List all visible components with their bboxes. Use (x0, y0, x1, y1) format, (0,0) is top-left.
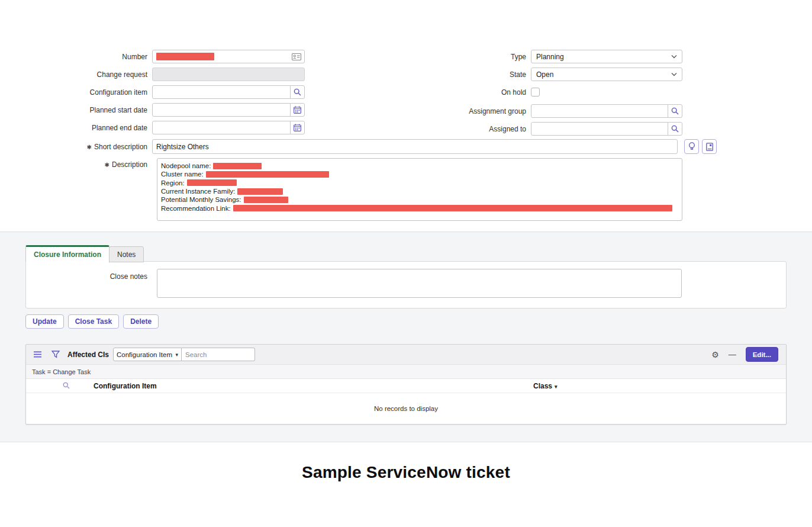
field-row-state: State Open (384, 68, 682, 81)
type-select[interactable]: Planning (531, 50, 682, 63)
tab-closure-information[interactable]: Closure Information (25, 245, 109, 263)
redacted-value (187, 179, 237, 186)
search-icon (294, 88, 301, 96)
chevron-down-icon (671, 72, 677, 76)
description-line: Recommendation Link: (161, 204, 678, 212)
number-label: Number (0, 53, 152, 61)
redacted-value (237, 188, 283, 195)
edit-button[interactable]: Edit... (746, 347, 778, 362)
description-line: Nodepool name: (161, 162, 678, 170)
search-column-value: Configuration Item ( (117, 351, 173, 358)
close-notes-label: Close notes (0, 272, 152, 281)
description-line: Region: (161, 179, 678, 187)
form-action-buttons: Update Close Task Delete (25, 314, 159, 329)
reference-preview-icon[interactable] (292, 53, 301, 61)
field-row-planned-start-date: Planned start date (0, 103, 305, 117)
short-description-label: Short description (94, 143, 147, 151)
sort-caret-icon: ▾ (555, 384, 558, 390)
close-task-button[interactable]: Close Task (68, 314, 119, 329)
dropdown-caret-icon: ▾ (175, 352, 178, 358)
on-hold-label: On hold (384, 88, 531, 97)
related-list-header-row: Configuration Item Class▾ (26, 379, 786, 393)
redacted-value (206, 171, 329, 178)
knowledge-button[interactable] (702, 139, 717, 154)
field-row-assignment-group: Assignment group (384, 104, 682, 118)
assignment-group-lookup-button[interactable] (668, 104, 682, 118)
list-menu-icon[interactable] (34, 351, 41, 358)
tab-notes[interactable]: Notes (109, 246, 144, 262)
chevron-down-icon (671, 54, 677, 59)
redacted-value (213, 163, 262, 169)
type-value: Planning (536, 53, 671, 61)
description-textarea[interactable]: Nodepool name: Cluster name: Region: Cur… (157, 158, 682, 221)
short-description-input[interactable]: Rightsize Others (152, 139, 678, 154)
delete-button[interactable]: Delete (123, 314, 159, 329)
description-label: Description (112, 160, 147, 169)
configuration-item-lookup-button[interactable] (290, 85, 305, 99)
configuration-item-label: Configuration item (0, 88, 152, 97)
description-line: Current Instance Family: (161, 187, 678, 195)
field-row-on-hold: On hold (384, 87, 682, 97)
field-row-change-request: Change request (0, 68, 305, 81)
column-header-configuration-item[interactable]: Configuration Item (94, 382, 157, 390)
related-list-search-input[interactable] (182, 348, 255, 361)
search-icon (671, 107, 679, 115)
planned-start-date-input[interactable] (152, 103, 291, 117)
description-line: Cluster name: (161, 170, 678, 178)
column-header-class[interactable]: Class▾ (533, 382, 558, 390)
column-search-icon[interactable] (63, 382, 70, 389)
search-column-dropdown[interactable]: Configuration Item ( ▾ (113, 348, 182, 361)
number-redacted-value (156, 53, 214, 60)
collapse-icon[interactable]: — (729, 351, 736, 358)
field-row-assigned-to: Assigned to (384, 122, 682, 136)
field-row-planned-end-date: Planned end date (0, 121, 305, 134)
update-button[interactable]: Update (25, 314, 64, 329)
short-description-value: Rightsize Others (156, 143, 209, 151)
state-value: Open (536, 70, 671, 79)
affected-cis-related-list: Affected CIs Configuration Item ( ▾ ⚙ — … (25, 344, 787, 425)
book-icon (706, 143, 713, 151)
related-list-toolbar: Affected CIs Configuration Item ( ▾ ⚙ — … (26, 345, 786, 364)
on-hold-checkbox[interactable] (531, 88, 540, 97)
calendar-icon (294, 106, 301, 114)
gear-icon[interactable]: ⚙ (711, 351, 719, 359)
description-line: Potential Monthly Savings: (161, 195, 678, 204)
state-label: State (384, 70, 531, 79)
list-condition-breadcrumb[interactable]: Task = Change Task (26, 364, 786, 379)
suggestion-button[interactable] (684, 139, 699, 154)
assignment-group-input[interactable] (531, 104, 668, 118)
empty-list-message: No records to display (26, 393, 786, 424)
page-caption: Sample ServiceNow ticket (0, 463, 812, 482)
search-icon (671, 125, 679, 133)
change-request-label: Change request (0, 70, 152, 79)
close-notes-textarea[interactable] (157, 269, 682, 298)
related-list-title: Affected CIs (67, 351, 109, 359)
condition-text: Task = Change Task (32, 368, 91, 375)
assigned-to-input[interactable] (531, 122, 668, 136)
field-row-short-description: ✱Short description Rightsize Others (0, 139, 728, 154)
calendar-icon (294, 124, 301, 131)
configuration-item-input[interactable] (152, 85, 291, 99)
type-label: Type (384, 53, 531, 61)
planned-end-date-input[interactable] (152, 121, 291, 134)
planned-start-date-label: Planned start date (0, 106, 152, 114)
lightbulb-icon (688, 142, 695, 151)
field-row-number: Number (0, 50, 305, 63)
field-row-configuration-item: Configuration item (0, 85, 305, 99)
assigned-to-lookup-button[interactable] (668, 122, 682, 136)
number-input[interactable] (152, 50, 305, 63)
required-marker: ✱ (105, 162, 109, 168)
state-select[interactable]: Open (531, 68, 682, 81)
related-list-toolbar-right: ⚙ — Edit... (711, 347, 778, 362)
field-row-type: Type Planning (384, 50, 682, 63)
assigned-to-label: Assigned to (384, 125, 531, 133)
required-marker: ✱ (87, 144, 92, 150)
assignment-group-label: Assignment group (384, 107, 531, 115)
section-tabs: Closure Information Notes (25, 245, 144, 262)
planned-end-date-label: Planned end date (0, 124, 152, 132)
change-request-input (152, 68, 305, 81)
planned-end-date-calendar-button[interactable] (290, 121, 305, 134)
filter-icon[interactable] (51, 351, 60, 358)
planned-start-date-calendar-button[interactable] (290, 103, 305, 117)
redacted-value (244, 197, 288, 203)
